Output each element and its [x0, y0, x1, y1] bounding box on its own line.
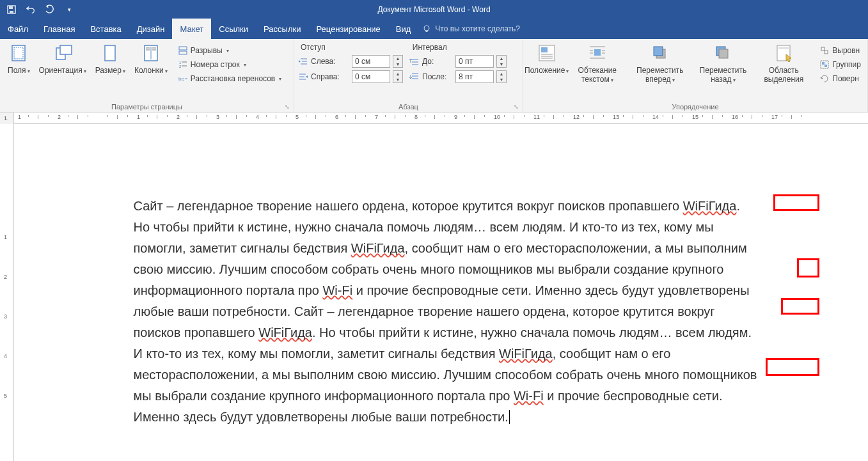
align-label: Выровн — [832, 46, 860, 55]
menu-file[interactable]: Файл — [0, 19, 36, 39]
hyphenation-label: Расстановка переносов — [191, 74, 276, 83]
page-setup-group-label: Параметры страницы ⤡ — [4, 103, 290, 111]
svg-rect-4 — [426, 31, 428, 32]
spacing-after-label: После: — [422, 72, 453, 81]
hyphenation-button[interactable]: bc Расстановка переносов — [175, 72, 285, 85]
spacing-header: Интервал — [410, 42, 450, 53]
line-numbers-label: Номера строк — [191, 60, 240, 69]
lightbulb-icon — [422, 24, 431, 33]
svg-rect-37 — [541, 47, 548, 52]
breaks-button[interactable]: Разрывы — [175, 44, 285, 57]
menu-mailings[interactable]: Рассылки — [256, 19, 308, 39]
spacing-after-spinner[interactable]: ▲▼ — [496, 70, 507, 83]
rotate-button[interactable]: Поверн — [817, 72, 864, 85]
highlight-box — [797, 258, 819, 277]
svg-rect-9 — [105, 45, 115, 61]
send-backward-button[interactable]: Переместить назад — [693, 42, 753, 86]
group-button[interactable]: Группир — [817, 58, 864, 71]
indent-left-icon — [298, 56, 308, 66]
indent-left-value[interactable]: 0 см — [352, 55, 390, 68]
svg-rect-54 — [821, 47, 825, 51]
tellme-label: Что вы хотите сделать? — [435, 24, 520, 33]
paragraph-launcher-icon[interactable]: ⤡ — [512, 104, 520, 111]
indent-right-icon — [298, 72, 308, 82]
svg-rect-57 — [822, 62, 825, 65]
orientation-button[interactable]: Ориентация — [35, 42, 90, 76]
indent-header: Отступ — [298, 42, 328, 53]
page-setup-launcher-icon[interactable]: ⤡ — [283, 104, 291, 111]
svg-rect-55 — [825, 51, 828, 54]
size-label: Размер — [95, 66, 125, 75]
spacing-after-icon — [409, 72, 420, 82]
workspace: 112345 Сайт – легендарное творение нашег… — [0, 124, 868, 461]
menu-layout[interactable]: Макет — [172, 19, 211, 39]
spacing-after-value[interactable]: 8 пт — [455, 70, 494, 83]
selection-pane-button[interactable]: Область выделения — [754, 42, 813, 86]
ribbon: Поля Ориентация Размер Колонки Разрывы — [0, 39, 868, 113]
menubar: Файл Главная Вставка Дизайн Макет Ссылки… — [0, 19, 868, 39]
menu-insert[interactable]: Вставка — [83, 19, 129, 39]
wrap-text-button[interactable]: Обтекание текстом — [567, 42, 627, 86]
menu-design[interactable]: Дизайн — [129, 19, 173, 39]
ruler-vertical[interactable]: 112345 — [0, 124, 14, 461]
selection-pane-label: Область выделения — [758, 66, 809, 84]
group-paragraph: Отступ Интервал Слева: 0 см ▲▼ Справа: 0… — [294, 39, 523, 112]
misspelled-word: WiFiГида — [499, 347, 553, 361]
qat-customize-icon[interactable]: ▾ — [64, 4, 74, 15]
document-area[interactable]: Сайт – легендарное творение нашего орден… — [14, 124, 868, 461]
breaks-label: Разрывы — [191, 46, 223, 55]
margins-label: Поля — [8, 66, 30, 75]
send-backward-label: Переместить назад — [697, 66, 749, 84]
columns-button[interactable]: Колонки — [130, 42, 171, 76]
orientation-label: Ориентация — [39, 66, 86, 75]
bring-forward-label: Переместить вперед — [632, 66, 688, 84]
indent-right-value[interactable]: 0 см — [352, 70, 390, 83]
paragraph-group-label: Абзац ⤡ — [298, 103, 519, 111]
misspelled-word: WiFiГида — [351, 241, 405, 255]
svg-point-3 — [424, 26, 429, 31]
group-page-setup: Поля Ориентация Размер Колонки Разрывы — [0, 39, 294, 112]
svg-rect-16 — [179, 47, 187, 50]
bring-forward-button[interactable]: Переместить вперед — [628, 42, 691, 86]
svg-rect-41 — [594, 49, 601, 56]
misspelled-word: WiFiГида — [683, 199, 737, 213]
group-arrange: Положение Обтекание текстом Переместить … — [523, 39, 868, 112]
align-button[interactable]: Выровн — [817, 44, 864, 57]
menu-references[interactable]: Ссылки — [211, 19, 256, 39]
quick-access-toolbar: ▾ — [0, 4, 74, 15]
indent-left-label: Слева: — [311, 57, 349, 66]
menu-view[interactable]: Вид — [388, 19, 419, 39]
spacing-before-spinner[interactable]: ▲▼ — [496, 55, 507, 68]
spacing-before-value[interactable]: 0 пт — [455, 55, 494, 68]
size-button[interactable]: Размер — [91, 42, 129, 76]
margins-button[interactable]: Поля — [4, 42, 34, 76]
line-numbers-button[interactable]: 12 Номера строк — [175, 58, 285, 71]
redo-icon[interactable] — [45, 4, 55, 15]
spacing-before-label: До: — [422, 57, 453, 66]
indent-right-spinner[interactable]: ▲▼ — [393, 70, 403, 83]
highlight-box — [766, 358, 819, 376]
wrap-text-label: Обтекание текстом — [571, 66, 623, 84]
svg-rect-17 — [179, 51, 187, 54]
ruler-horizontal[interactable]: 121234567891011121314151617 — [14, 113, 868, 123]
svg-rect-2 — [10, 11, 13, 13]
highlight-box — [773, 194, 819, 211]
svg-text:2: 2 — [179, 65, 182, 68]
svg-rect-1 — [9, 6, 13, 9]
svg-rect-53 — [778, 47, 789, 49]
text-cursor — [509, 410, 510, 424]
document-page: Сайт – легендарное творение нашего орден… — [70, 124, 813, 428]
position-button[interactable]: Положение — [527, 42, 566, 76]
svg-rect-49 — [654, 47, 663, 56]
document-paragraph[interactable]: Сайт – легендарное творение нашего орден… — [134, 196, 758, 428]
tellme-search[interactable]: Что вы хотите сделать? — [422, 24, 520, 33]
svg-text:bc: bc — [178, 76, 184, 82]
app-title: Документ Microsoft Word - Word — [377, 5, 490, 14]
ruler-horizontal-wrap: ∟ 121234567891011121314151617 — [0, 113, 868, 124]
menu-review[interactable]: Рецензирование — [308, 19, 388, 39]
save-icon[interactable] — [6, 4, 17, 15]
svg-rect-58 — [825, 65, 827, 67]
menu-home[interactable]: Главная — [36, 19, 83, 39]
undo-icon[interactable] — [26, 4, 36, 15]
indent-left-spinner[interactable]: ▲▼ — [393, 55, 403, 68]
